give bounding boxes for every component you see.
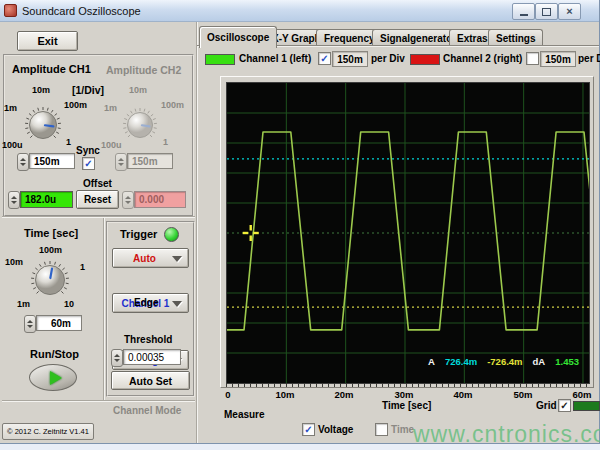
close-button[interactable]: × xyxy=(558,3,581,20)
trigger-mode-value: Auto xyxy=(133,253,156,264)
offset-ch2-value: 0.000 xyxy=(134,191,186,208)
window-title: Soundcard Oszilloscope xyxy=(22,5,141,17)
play-icon xyxy=(50,371,62,385)
x-tick-10m: 10m xyxy=(275,389,294,400)
title-bar[interactable]: Soundcard Oszilloscope xyxy=(0,0,599,22)
time-measure-label: Time xyxy=(391,424,414,435)
time-value[interactable]: 60m xyxy=(36,315,82,331)
channel-mode-label: Channel Mode xyxy=(113,405,181,416)
threshold-spinner[interactable] xyxy=(111,349,123,367)
auto-set-button[interactable]: Auto Set xyxy=(111,371,190,390)
channel2-label: Channel 2 (right) xyxy=(443,53,522,64)
channel2-perdiv-value[interactable]: 150m xyxy=(540,51,576,67)
amplitude-ch1-knob[interactable] xyxy=(23,105,63,145)
voltage-label: Voltage xyxy=(318,424,353,435)
grid-checkbox[interactable] xyxy=(558,399,571,412)
edge-label: Edge xyxy=(134,297,158,308)
ch1-knob-label-100u: 100u xyxy=(2,140,23,150)
time-knob-label-10m: 10m xyxy=(5,257,23,267)
dropdown-arrow-icon xyxy=(172,301,182,307)
channel2-perdiv-label: per Div xyxy=(578,53,600,64)
tab-oscilloscope[interactable]: Oscilloscope xyxy=(199,26,277,48)
close-icon: × xyxy=(566,6,572,17)
time-knob-label-100m: 100m xyxy=(39,245,62,255)
sync-checkbox[interactable] xyxy=(82,157,95,170)
amplitude-ch2-knob xyxy=(121,106,159,144)
x-tick-20m: 20m xyxy=(334,389,353,400)
channel1-perdiv-label: per Div xyxy=(371,53,405,64)
x-axis-labels: 0 10m 20m 30m 40m 50m 60m xyxy=(226,389,588,399)
sync-label: Sync xyxy=(76,145,100,156)
readout-da-label: dA xyxy=(533,356,546,367)
ch2-knob-label-10m: 10m xyxy=(129,85,147,95)
x-tick-60m: 60m xyxy=(572,389,591,400)
maximize-button[interactable] xyxy=(535,3,558,20)
ch1-knob-label-1m: 1m xyxy=(4,103,17,113)
trigger-led xyxy=(164,227,179,242)
ch2-knob-label-100m: 100m xyxy=(161,100,184,110)
amplitude-ch2-title: Amplitude CH2 xyxy=(106,64,181,76)
waveform-canvas xyxy=(227,83,589,383)
channel2-swatch xyxy=(410,54,440,65)
ch1-amplitude-value[interactable]: 150m xyxy=(29,153,75,169)
offset-reset-button[interactable]: Reset xyxy=(76,190,119,209)
readout-cursor1-value: 726.4m xyxy=(445,356,477,367)
exit-button[interactable]: Exit xyxy=(17,31,78,51)
ch1-amplitude-spinner[interactable] xyxy=(17,153,29,171)
copyright-label: © 2012 C. Zeitnitz V1.41 xyxy=(2,423,94,440)
time-axis-label: Time [sec] xyxy=(382,400,431,411)
x-tick-40m: 40m xyxy=(453,389,472,400)
trigger-mode-dropdown[interactable]: Auto xyxy=(112,248,189,268)
time-knob-label-1: 1 xyxy=(80,262,85,272)
offset-ch2-spinner xyxy=(122,191,134,209)
section-divider-bottom xyxy=(2,400,195,402)
time-trigger-divider xyxy=(103,218,105,400)
ch2-knob-label-1m: 1m xyxy=(104,103,117,113)
x-tick-50m: 50m xyxy=(513,389,532,400)
amplitude-unit-label: [1/Div] xyxy=(72,84,104,96)
tab-settings[interactable]: Settings xyxy=(488,29,543,47)
ch2-amplitude-spinner xyxy=(115,153,127,171)
time-spinner[interactable] xyxy=(24,315,36,333)
x-tick-30m: 30m xyxy=(394,389,413,400)
time-checkbox[interactable] xyxy=(375,423,388,436)
section-divider xyxy=(2,216,195,218)
maximize-icon xyxy=(542,8,551,16)
app-window: Soundcard Oszilloscope × Exit Amplitude … xyxy=(0,0,600,444)
run-stop-label: Run/Stop xyxy=(30,348,79,360)
watermark: www.cntronics.com xyxy=(413,421,600,448)
ch1-knob-label-100m: 100m xyxy=(64,100,87,110)
ch2-knob-label-1: 1 xyxy=(163,137,168,147)
amplitude-ch1-title: Amplitude CH1 xyxy=(12,63,91,75)
offset-ch1-spinner[interactable] xyxy=(8,191,20,209)
ch1-knob-label-1: 1 xyxy=(66,137,71,147)
voltage-checkbox[interactable] xyxy=(302,423,315,436)
offset-label: Offset xyxy=(83,178,112,189)
time-knob[interactable] xyxy=(29,259,71,301)
scope-bezel: A 726.4m -726.4m dA 1.453 xyxy=(220,76,594,388)
minimize-button[interactable] xyxy=(512,3,535,20)
scope-plot[interactable]: A 726.4m -726.4m dA 1.453 xyxy=(226,82,590,384)
measure-label: Measure xyxy=(224,409,265,420)
time-title: Time [sec] xyxy=(24,227,78,239)
grid-label: Grid xyxy=(536,400,557,411)
dropdown-arrow-icon xyxy=(172,256,182,262)
channel1-label: Channel 1 (left) xyxy=(239,53,311,64)
panel-separator xyxy=(196,22,198,443)
x-axis-ticks xyxy=(226,383,588,387)
channel1-perdiv-value[interactable]: 150m xyxy=(332,51,368,67)
channel2-checkbox[interactable] xyxy=(526,52,539,65)
offset-ch1-value[interactable]: 182.0u xyxy=(20,191,73,208)
readout-da-value: 1.453 xyxy=(555,356,579,367)
channel1-checkbox[interactable] xyxy=(318,52,331,65)
readout-a-label: A xyxy=(428,356,435,367)
ch1-knob-label-10m: 10m xyxy=(32,85,50,95)
threshold-value[interactable]: 0.00035 xyxy=(123,349,181,365)
cursor-readout: A 726.4m -726.4m dA 1.453 xyxy=(428,356,579,367)
grid-color-swatch xyxy=(573,401,600,411)
ch2-knob-label-100u: 100u xyxy=(101,140,122,150)
minimize-icon xyxy=(520,14,528,16)
trigger-title: Trigger xyxy=(120,228,157,240)
run-stop-button[interactable] xyxy=(29,364,77,391)
threshold-label: Threshold xyxy=(124,334,172,345)
